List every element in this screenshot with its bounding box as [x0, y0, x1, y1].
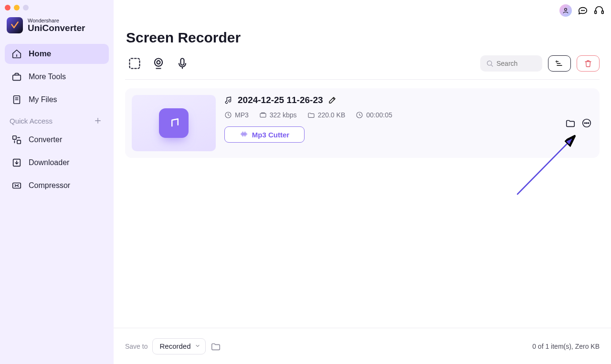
music-note-icon: [224, 96, 233, 104]
svg-point-8: [583, 10, 583, 11]
file-info: 2024-12-25 11-26-23 MP3 322 kbps 220.0 K…: [216, 95, 593, 151]
file-actions: [565, 118, 592, 128]
page-title: Screen Recorder: [126, 30, 600, 46]
compress-icon: [11, 180, 22, 191]
sort-button[interactable]: [548, 55, 571, 72]
converter-icon: [11, 135, 22, 145]
nav-converter[interactable]: Converter: [5, 130, 109, 150]
quick-access-header: Quick Access: [5, 113, 109, 130]
home-icon: [11, 49, 22, 59]
svg-point-13: [155, 59, 162, 66]
audio-record-icon[interactable]: [176, 57, 189, 70]
svg-rect-12: [130, 59, 140, 69]
main: Screen Recorder: [114, 0, 611, 364]
svg-rect-15: [181, 59, 184, 65]
topbar: [114, 0, 611, 18]
nav-more-tools[interactable]: More Tools: [5, 67, 109, 87]
screen-record-icon[interactable]: [128, 57, 141, 70]
add-quick-access-icon[interactable]: [94, 116, 102, 125]
nav-label: Downloader: [29, 158, 69, 167]
save-to-select[interactable]: Recorded: [152, 338, 205, 354]
rename-icon[interactable]: [328, 96, 337, 104]
nav-label: Compressor: [29, 181, 70, 190]
nav-label: Converter: [29, 135, 62, 144]
svg-rect-5: [13, 183, 21, 188]
webcam-record-icon[interactable]: [152, 57, 165, 70]
save-to-label: Save to: [125, 343, 147, 350]
svg-rect-18: [260, 114, 266, 117]
window-controls: [5, 4, 109, 17]
duration-icon: [356, 111, 363, 119]
content: Screen Recorder: [114, 18, 611, 328]
toolbar: [125, 55, 600, 80]
waveform-icon: [240, 130, 248, 140]
search-input[interactable]: [496, 60, 530, 67]
file-item[interactable]: 2024-12-25 11-26-23 MP3 322 kbps 220.0 K…: [125, 88, 600, 158]
svg-point-21: [584, 123, 585, 124]
download-icon: [11, 157, 22, 168]
close-window-icon[interactable]: [5, 5, 11, 10]
footer: Save to Recorded 0 of 1 item(s), Zero KB: [114, 328, 611, 364]
svg-point-6: [565, 8, 567, 10]
svg-point-9: [584, 10, 584, 11]
toolbar-right: [480, 55, 600, 72]
file-size: 220.0 KB: [318, 111, 346, 119]
save-to: Save to Recorded: [125, 338, 221, 354]
brand-subtitle: Wondershare: [28, 18, 85, 23]
quick-access-label: Quick Access: [10, 117, 53, 125]
svg-point-7: [581, 10, 582, 11]
svg-rect-3: [17, 140, 21, 144]
size-icon: [307, 111, 315, 119]
nav-label: Home: [29, 49, 51, 59]
nav-downloader[interactable]: Downloader: [5, 153, 109, 173]
svg-point-22: [586, 123, 587, 124]
cutter-label: Mp3 Cutter: [252, 131, 289, 139]
app-logo-icon: [7, 17, 23, 33]
file-thumbnail: [132, 95, 216, 151]
nav-home[interactable]: Home: [5, 44, 109, 64]
nav-label: My Files: [29, 95, 57, 104]
delete-button[interactable]: [577, 55, 600, 72]
maximize-window-icon[interactable]: [23, 5, 29, 10]
search-icon: [486, 60, 494, 67]
file-duration: 00:00:05: [366, 111, 392, 119]
chevron-down-icon: [195, 342, 200, 350]
recorder-modes: [125, 57, 189, 70]
svg-rect-11: [602, 11, 604, 13]
format-icon: [224, 111, 232, 119]
svg-point-14: [157, 61, 160, 64]
feedback-icon[interactable]: [578, 5, 588, 16]
nav-label: More Tools: [29, 73, 66, 81]
music-file-icon: [159, 108, 189, 138]
nav-compressor[interactable]: Compressor: [5, 176, 109, 196]
bitrate-icon: [259, 111, 267, 119]
files-icon: [11, 94, 22, 105]
toolbox-icon: [11, 72, 22, 82]
save-to-value: Recorded: [159, 342, 190, 350]
minimize-window-icon[interactable]: [14, 5, 20, 10]
svg-rect-0: [13, 75, 21, 80]
user-avatar[interactable]: [559, 4, 572, 17]
file-format: MP3: [235, 111, 249, 119]
svg-rect-2: [13, 136, 16, 139]
svg-point-16: [487, 61, 492, 65]
brand: Wondershare UniConverter: [5, 17, 109, 44]
more-options-icon[interactable]: [581, 118, 592, 128]
file-bitrate: 322 kbps: [270, 111, 297, 119]
brand-title: UniConverter: [28, 23, 85, 33]
svg-point-23: [588, 123, 589, 124]
open-folder-icon[interactable]: [565, 118, 576, 128]
nav-my-files[interactable]: My Files: [5, 90, 109, 110]
file-meta: MP3 322 kbps 220.0 KB 00:00:05: [224, 111, 593, 119]
support-icon[interactable]: [594, 5, 604, 16]
file-title: 2024-12-25 11-26-23: [238, 95, 323, 105]
browse-folder-icon[interactable]: [211, 341, 221, 352]
search-box[interactable]: [480, 55, 542, 72]
status-text: 0 of 1 item(s), Zero KB: [532, 343, 600, 350]
svg-rect-10: [595, 11, 597, 13]
mp3-cutter-button[interactable]: Mp3 Cutter: [224, 126, 305, 143]
sidebar: Wondershare UniConverter Home More Tools…: [0, 0, 114, 364]
